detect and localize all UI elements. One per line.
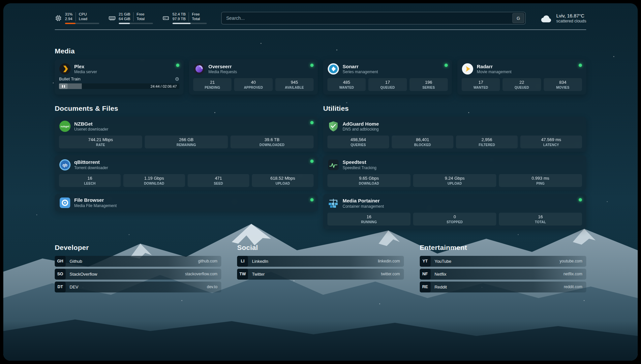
gear-icon[interactable]: ⚙ xyxy=(175,76,179,81)
disk-free-label: Free xyxy=(192,12,200,17)
pause-button[interactable] xyxy=(59,83,68,89)
nzbget-icon: nzbget xyxy=(59,120,71,132)
bookmark-linkedin[interactable]: LI LinkedIn linkedin.com xyxy=(237,256,404,267)
app-subtitle: Series management xyxy=(343,70,378,74)
cloud-icon xyxy=(540,13,553,23)
disk-progress-bar xyxy=(172,23,207,24)
app-subtitle: Speedtest Tracking xyxy=(343,166,377,170)
memory-total-value: 64 GiB xyxy=(119,17,130,21)
twitter-icon: TW xyxy=(237,269,248,280)
app-card-filebrowser[interactable]: File Browser Media File Management xyxy=(55,194,318,212)
stat-box: 16 LEECH xyxy=(59,174,121,187)
sonarr-icon xyxy=(327,63,339,75)
stat-box: 485 WANTED xyxy=(327,78,366,91)
app-card-qbittorrent[interactable]: qb qBittorrent Torrent downloader 16 LEE… xyxy=(55,155,318,191)
cpu-monitor: 31% 2.94 CPU Load xyxy=(55,12,99,24)
stat-box: 9.24 Gbps UPLOAD xyxy=(413,174,496,187)
portainer-icon xyxy=(327,197,339,209)
app-name: Media Portainer xyxy=(343,198,384,204)
stat-box: 471 SEED xyxy=(188,174,249,187)
memory-total-label: Total xyxy=(137,17,144,21)
stat-box: 0.993 ms PING xyxy=(499,174,582,187)
stackoverflow-icon: SO xyxy=(55,269,66,280)
bookmark-stackoverflow[interactable]: SO StackOverflow stackoverflow.com xyxy=(55,269,221,280)
section-title-utilities: Utilities xyxy=(323,105,586,112)
app-card-portainer[interactable]: Media Portainer Container management 16 … xyxy=(323,194,586,229)
app-card-nzbget[interactable]: nzbget NZBGet Usenet downloader 744.21 M… xyxy=(55,117,318,152)
stat-box: 1.19 Gbps DOWNLOAD xyxy=(123,174,185,187)
stat-box: 744.21 Mbps RATE xyxy=(59,136,142,148)
dashboard-screen: 31% 2.94 CPU Load xyxy=(3,3,638,361)
memory-free-label: Free xyxy=(137,12,144,17)
radarr-icon xyxy=(462,63,473,75)
app-name: AdGuard Home xyxy=(343,121,379,127)
status-dot xyxy=(444,64,448,67)
playback-time: 24:44 / 02:06:47 xyxy=(150,84,177,88)
status-dot xyxy=(310,121,314,124)
app-subtitle: Torrent downloader xyxy=(74,166,108,170)
bookmark-netflix[interactable]: NF Netflix netflix.com xyxy=(420,269,586,280)
svg-text:qb: qb xyxy=(63,163,68,167)
svg-text:nzbget: nzbget xyxy=(61,125,69,128)
speedtest-icon xyxy=(327,159,339,171)
bookmark-dev[interactable]: DT DEV dev.to xyxy=(55,282,221,292)
app-name: File Browser xyxy=(74,197,117,203)
qbittorrent-icon: qb xyxy=(59,159,71,171)
app-card-plex[interactable]: Plex Media server Bullet Train ⚙ 24:44 /… xyxy=(55,59,184,95)
cpu-load-label: Load xyxy=(79,17,87,21)
linkedin-icon: LI xyxy=(237,256,248,267)
status-dot xyxy=(310,198,314,201)
app-card-overseerr[interactable]: Overseerr Media Requests 21 PENDING 40 A… xyxy=(189,59,318,95)
dev-icon: DT xyxy=(55,282,66,292)
stat-box: 39.6 TB DOWNLOADED xyxy=(230,136,314,148)
section-utilities: Utilities AdGuard Home DNS and adblockin… xyxy=(323,105,586,229)
section-title-media: Media xyxy=(55,47,586,55)
section-documents: Documents & Files nzbget NZBGet Usenet d… xyxy=(55,105,318,212)
status-dot xyxy=(579,64,582,67)
bookmark-github[interactable]: GH Github github.com xyxy=(55,256,221,267)
reddit-icon: RE xyxy=(420,282,431,292)
app-subtitle: Media File Management xyxy=(74,203,117,208)
app-name: Radarr xyxy=(477,64,511,70)
section-title-developer: Developer xyxy=(55,244,221,252)
youtube-icon: YT xyxy=(420,256,431,267)
status-dot xyxy=(176,64,179,67)
search-input[interactable] xyxy=(221,12,526,24)
bookmark-reddit[interactable]: RE Reddit reddit.com xyxy=(420,282,586,292)
weather-condition: scattered clouds xyxy=(556,19,586,23)
disk-icon xyxy=(162,15,169,22)
app-name: Sonarr xyxy=(343,64,378,70)
app-card-speedtest[interactable]: Speedtest Speedtest Tracking 9.65 Gbps D… xyxy=(323,155,586,191)
app-card-adguard[interactable]: AdGuard Home DNS and adblocking 498,564 … xyxy=(323,117,586,152)
stat-box: 16 TOTAL xyxy=(499,213,582,226)
header-divider xyxy=(55,29,586,30)
bookmark-youtube[interactable]: YT YouTube youtube.com xyxy=(420,256,586,267)
cpu-progress-bar xyxy=(65,23,99,24)
weather-widget: Lviv, 16.87°C scattered clouds xyxy=(540,13,586,23)
app-subtitle: Container management xyxy=(343,204,384,209)
overseerr-icon xyxy=(193,63,205,75)
now-playing-title: Bullet Train xyxy=(59,76,175,81)
app-card-sonarr[interactable]: Sonarr Series management 485 WANTED 17 Q… xyxy=(323,59,452,95)
status-dot xyxy=(310,64,314,67)
stat-box: 2,956 FILTERED xyxy=(456,136,518,148)
memory-progress-bar xyxy=(119,23,153,24)
app-subtitle: Usenet downloader xyxy=(74,127,108,132)
stat-box: 0 STOPPED xyxy=(413,213,496,226)
stat-box: 9.65 Gbps DOWNLOAD xyxy=(327,174,411,187)
memory-icon xyxy=(108,15,116,22)
app-card-radarr[interactable]: Radarr Movie management 17 WANTED 22 QUE… xyxy=(457,59,586,95)
section-entertainment: Entertainment YT YouTube youtube.com NF … xyxy=(420,244,586,292)
app-name: Speedtest xyxy=(343,159,377,166)
stat-box: 945 AVAILABLE xyxy=(275,78,314,91)
stat-box: 266 GB REMAINING xyxy=(145,136,228,148)
search-engine-button[interactable]: G xyxy=(512,13,524,23)
netflix-icon: NF xyxy=(420,269,431,280)
adguard-icon xyxy=(327,120,339,132)
disk-free-value: 52.4 TB xyxy=(172,12,186,17)
section-title-entertainment: Entertainment xyxy=(420,244,586,252)
filebrowser-icon xyxy=(59,197,71,209)
app-name: NZBGet xyxy=(74,121,108,127)
memory-free-value: 21 GiB xyxy=(119,12,130,17)
bookmark-twitter[interactable]: TW Twitter twitter.com xyxy=(237,269,404,280)
